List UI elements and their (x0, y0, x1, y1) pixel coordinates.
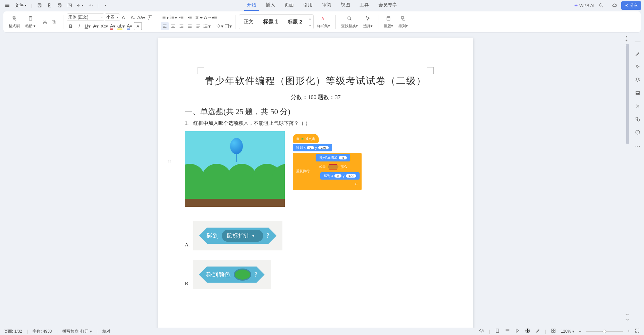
layers-icon[interactable] (635, 77, 640, 84)
char-spacing-icon[interactable]: ←A→▾ (203, 13, 211, 21)
tab-start[interactable]: 开始 (244, 0, 259, 11)
shapes-icon[interactable] (635, 116, 640, 124)
font-color-icon[interactable]: A▾ (109, 22, 117, 30)
font-size-select[interactable]: 小四▾ (105, 13, 120, 21)
tab-page[interactable]: 页面 (282, 0, 297, 11)
font-grow-icon[interactable]: A+ (120, 13, 128, 21)
minimize-icon[interactable]: — (635, 38, 641, 45)
scroll-down-icon[interactable]: ︾ (626, 318, 629, 323)
fullscreen-icon[interactable] (635, 328, 640, 335)
preview-icon[interactable] (65, 1, 74, 10)
paste-button[interactable]: 粘贴 ▾ (23, 15, 38, 29)
image-icon[interactable] (635, 90, 640, 97)
align-center-icon[interactable] (169, 22, 177, 30)
layout-button[interactable]: 排版▾ (382, 15, 395, 29)
pen-icon[interactable] (635, 51, 640, 58)
shading-icon[interactable]: A▾ (125, 22, 133, 30)
zoom-out-icon[interactable]: − (579, 329, 581, 334)
spell-check-status[interactable]: 拼写检查: 打开 ▾ (62, 329, 92, 334)
redo-icon[interactable]: ▾ (85, 1, 95, 10)
zoom-level[interactable]: 120% ▾ (561, 329, 574, 334)
char-border-icon[interactable]: A (134, 22, 142, 30)
wps-ai-button[interactable]: ✦WPS AI (574, 3, 594, 8)
bold-icon[interactable]: B (67, 22, 75, 30)
italic-icon[interactable]: I (75, 22, 83, 30)
tools-icon[interactable] (635, 103, 640, 110)
copy-icon[interactable] (50, 18, 58, 26)
tab-view[interactable]: 视图 (338, 0, 353, 11)
arrange-button[interactable]: 排列▾ (396, 15, 410, 29)
print-icon[interactable] (55, 1, 64, 10)
view-page-icon[interactable] (495, 328, 500, 335)
select-button[interactable]: 选择▾ (361, 15, 375, 29)
word-count[interactable]: 字数: 4938 (33, 329, 52, 334)
tab-insert[interactable]: 插入 (263, 0, 278, 11)
style-gallery[interactable]: 正文 标题 1 标题 2 ▴▾ (239, 14, 314, 29)
style-h1[interactable]: 标题 1 (258, 15, 283, 29)
file-menu[interactable]: 文件▾ (13, 2, 29, 8)
style-h2[interactable]: 标题 2 (283, 15, 307, 29)
style-normal[interactable]: 正文 (239, 15, 258, 29)
font-name-select[interactable]: 宋体 (正文)▾ (67, 13, 104, 21)
view-outline-icon[interactable] (505, 328, 510, 335)
align-justify-icon[interactable] (186, 22, 194, 30)
borders-icon[interactable]: ▾ (224, 22, 232, 30)
line-spacing-icon[interactable]: ▾ (203, 22, 211, 30)
svg-rect-33 (554, 331, 555, 332)
document-canvas[interactable]: 青少年软件编程（图形化）等级考试试卷（二级） 分数：100 题数：37 一、单选… (0, 34, 631, 328)
dropdown-icon[interactable]: ▾ (101, 1, 111, 10)
app-menu-icon[interactable] (3, 1, 12, 10)
proofread-status[interactable]: 校对 (102, 329, 110, 334)
export-icon[interactable] (45, 1, 54, 10)
scratch-stage-image (185, 131, 285, 207)
help-icon[interactable]: ? (635, 130, 640, 137)
outdent-icon[interactable] (177, 13, 185, 21)
drag-handle-icon[interactable]: ⠿ (168, 160, 171, 164)
tab-reference[interactable]: 引用 (301, 0, 315, 11)
zoom-slider[interactable] (586, 331, 623, 332)
share-button[interactable]: 分享 (621, 1, 641, 10)
align-right-icon[interactable] (177, 22, 185, 30)
fill-color-icon[interactable]: ▾ (215, 22, 223, 30)
underline-icon[interactable]: U▾ (84, 22, 92, 30)
cloud-icon[interactable] (610, 1, 619, 10)
svg-text:?: ? (637, 131, 639, 134)
numbering-icon[interactable]: 123▾ (169, 13, 177, 21)
format-brush-button[interactable]: 格式刷 (7, 15, 22, 29)
cursor-icon[interactable] (635, 64, 640, 71)
page-count[interactable]: 页面: 1/32 (4, 329, 22, 334)
bullets-icon[interactable]: ▾ (161, 13, 169, 21)
view-eye-icon[interactable] (479, 328, 484, 335)
grid-icon[interactable] (551, 328, 556, 335)
tab-member[interactable]: 会员专享 (376, 0, 400, 11)
tab-review[interactable]: 审阅 (319, 0, 334, 11)
scroll-up-icon[interactable]: ︽ (626, 311, 629, 316)
undo-icon[interactable]: ▾ (75, 1, 85, 10)
search-icon[interactable] (596, 1, 606, 10)
style-more-icon[interactable]: ▴▾ (307, 15, 313, 29)
save-icon[interactable] (35, 1, 44, 10)
view-read-icon[interactable] (515, 328, 520, 335)
comments-icon[interactable] (535, 328, 540, 335)
svg-rect-7 (52, 20, 54, 23)
svg-point-18 (348, 17, 351, 19)
svg-point-10 (162, 17, 162, 18)
align-left-icon[interactable] (161, 22, 169, 30)
strike-icon[interactable]: A▾ (92, 22, 100, 30)
tab-tools[interactable]: 工具 (357, 0, 372, 11)
font-shrink-icon[interactable]: A- (129, 13, 137, 21)
clear-format-icon[interactable] (146, 13, 154, 21)
superscript-icon[interactable]: X2▾ (100, 22, 108, 30)
highlight-icon[interactable]: ab▾ (117, 22, 125, 30)
change-case-icon[interactable]: Aa▾ (137, 13, 145, 21)
distribute-icon[interactable] (194, 22, 202, 30)
vertical-scrollbar[interactable] (626, 44, 629, 320)
more-icon[interactable]: ⋯ (635, 143, 641, 150)
zoom-in-icon[interactable]: + (628, 329, 630, 334)
tab-stops-icon[interactable] (211, 13, 219, 21)
indent-icon[interactable] (186, 13, 194, 21)
view-web-icon[interactable] (525, 328, 530, 335)
find-replace-button[interactable]: 查找替换▾ (339, 15, 360, 29)
style-set-button[interactable]: A 样式集▾ (315, 15, 332, 29)
cut-icon[interactable] (41, 18, 49, 26)
